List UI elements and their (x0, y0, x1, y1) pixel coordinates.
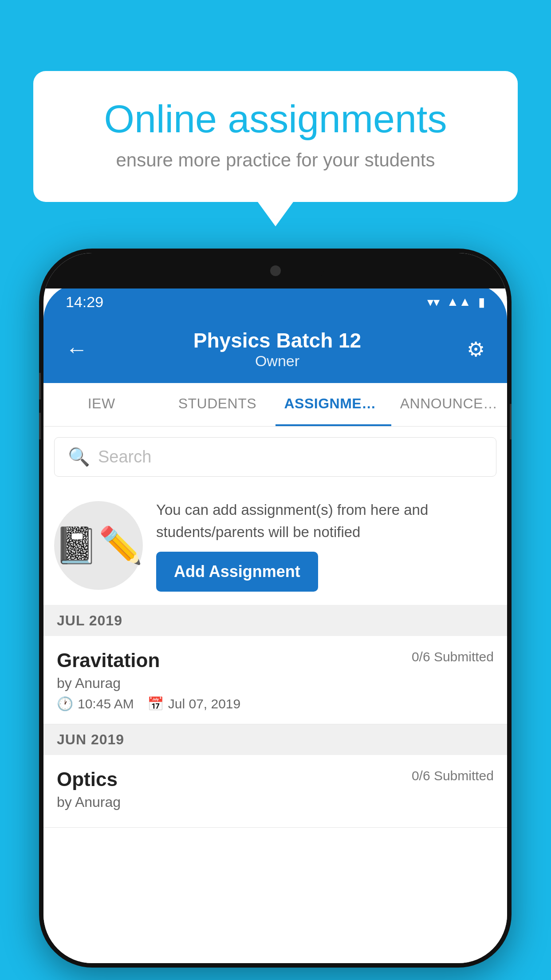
assignment-date-gravitation: 📅 Jul 07, 2019 (147, 696, 240, 711)
tab-students[interactable]: STUDENTS (159, 383, 275, 426)
settings-button[interactable]: ⚙ (467, 337, 485, 361)
assignment-top-row: Gravitation 0/6 Submitted (57, 649, 494, 672)
app-header: ← Physics Batch 12 Owner ⚙ (43, 320, 507, 383)
phone-notch (43, 253, 507, 288)
assignment-submitted-optics: 0/6 Submitted (412, 768, 494, 783)
month-section-jun: JUN 2019 (43, 724, 507, 755)
search-input[interactable]: Search (98, 447, 151, 466)
tab-assignments[interactable]: ASSIGNMENTS (276, 383, 391, 426)
batch-owner-label: Owner (193, 352, 361, 370)
assignment-title-gravitation: Gravitation (57, 649, 160, 672)
tabs-bar: IEW STUDENTS ASSIGNMENTS ANNOUNCEM… (43, 383, 507, 427)
assignment-submitted-gravitation: 0/6 Submitted (412, 649, 494, 664)
assignment-time-gravitation: 🕐 10:45 AM (57, 696, 134, 711)
empty-state-content: You can add assignment(s) from here and … (156, 499, 496, 592)
tab-announcements[interactable]: ANNOUNCEM… (391, 383, 507, 426)
speech-bubble-subtitle: ensure more practice for your students (69, 150, 482, 171)
header-title-block: Physics Batch 12 Owner (193, 328, 361, 370)
phone-frame: 14:29 ▾▾ ▲▲ ▮ ← Physics Batch 12 Owner ⚙… (39, 249, 512, 968)
speech-bubble-card: Online assignments ensure more practice … (33, 71, 518, 202)
status-bar: 14:29 ▾▾ ▲▲ ▮ (43, 284, 507, 320)
add-assignment-button[interactable]: Add Assignment (156, 552, 318, 592)
phone-screen: 14:29 ▾▾ ▲▲ ▮ ← Physics Batch 12 Owner ⚙… (43, 253, 507, 963)
content-area: 🔍 Search 📓✏️ You can add assignment(s) f… (43, 427, 507, 963)
assignment-title-optics: Optics (57, 768, 118, 790)
back-button[interactable]: ← (66, 336, 88, 362)
signal-icon: ▲▲ (447, 295, 471, 309)
search-icon: 🔍 (68, 447, 90, 467)
tab-iew[interactable]: IEW (43, 383, 159, 426)
notebook-icon: 📓✏️ (54, 525, 143, 566)
assignment-by-optics: by Anurag (57, 794, 494, 810)
battery-icon: ▮ (478, 295, 485, 309)
camera-lens (270, 265, 281, 276)
power-button (510, 404, 512, 439)
empty-icon-circle: 📓✏️ (54, 501, 143, 590)
optics-top-row: Optics 0/6 Submitted (57, 768, 494, 790)
wifi-icon: ▾▾ (427, 295, 440, 309)
clock-icon: 🕐 (57, 696, 73, 711)
assignment-meta-gravitation: 🕐 10:45 AM 📅 Jul 07, 2019 (57, 696, 494, 711)
month-section-jul: JUL 2019 (43, 605, 507, 636)
calendar-icon: 📅 (147, 696, 164, 711)
status-bar-icons: ▾▾ ▲▲ ▮ (427, 295, 485, 309)
assignment-by-gravitation: by Anurag (57, 675, 494, 692)
assignment-gravitation[interactable]: Gravitation 0/6 Submitted by Anurag 🕐 10… (43, 636, 507, 724)
volume-down-button (39, 413, 41, 439)
batch-title: Physics Batch 12 (193, 328, 361, 352)
volume-up-button (39, 373, 41, 399)
assignment-optics[interactable]: Optics 0/6 Submitted by Anurag (43, 755, 507, 828)
empty-state-description: You can add assignment(s) from here and … (156, 499, 496, 543)
notch-cutout (227, 257, 324, 284)
search-bar[interactable]: 🔍 Search (54, 437, 496, 477)
empty-state: 📓✏️ You can add assignment(s) from here … (43, 486, 507, 605)
speech-bubble-title: Online assignments (69, 98, 482, 141)
status-time: 14:29 (66, 293, 103, 311)
